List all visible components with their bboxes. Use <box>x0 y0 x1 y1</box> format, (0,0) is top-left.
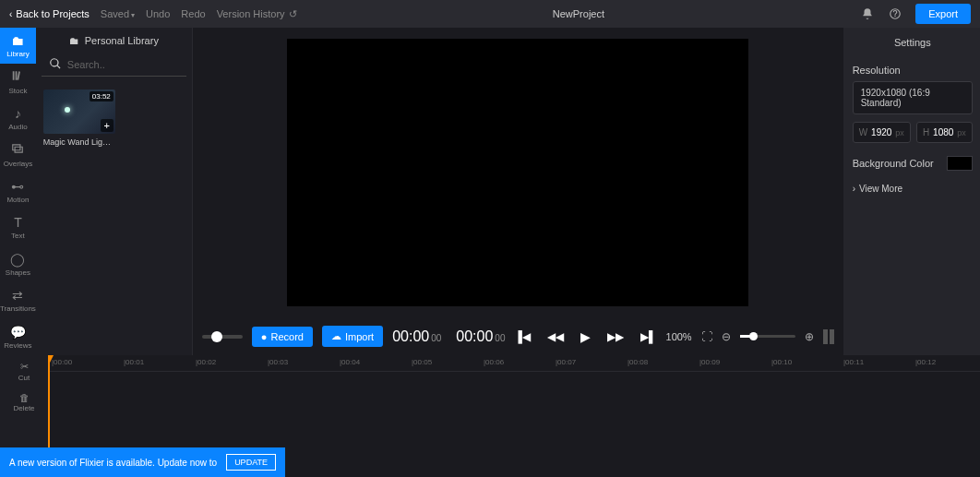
update-text: A new version of Flixier is available. U… <box>9 458 217 468</box>
history-icon: ↺ <box>289 8 297 20</box>
timeline-ruler[interactable]: |00:00 |00:01 |00:02 |00:03 |00:04 |00:0… <box>48 355 980 372</box>
search-icon <box>49 57 62 72</box>
resolution-label: Resolution <box>853 65 973 76</box>
media-clip[interactable]: 03:52 + Magic Wand Light... <box>43 89 115 147</box>
ruler-tick: |00:06 <box>484 358 504 366</box>
cut-button[interactable]: ✂Cut <box>0 355 48 387</box>
bg-color-label: Background Color <box>853 158 934 169</box>
level-bars-icon[interactable] <box>823 329 834 344</box>
ruler-tick: |00:10 <box>771 358 792 366</box>
bg-color-swatch[interactable] <box>947 156 973 171</box>
record-button[interactable]: ●Record <box>252 327 313 347</box>
reviews-icon: 💬 <box>10 325 26 340</box>
import-button[interactable]: ☁Import <box>322 326 383 347</box>
library-header[interactable]: 🖿 Personal Library <box>36 28 192 54</box>
ruler-tick: |00:07 <box>556 358 576 366</box>
sidebar-item-overlays[interactable]: Overlays <box>0 137 36 173</box>
top-bar-right: Export <box>860 4 971 24</box>
export-button[interactable]: Export <box>915 4 971 24</box>
ruler-tick: |00:03 <box>268 358 288 366</box>
preview-canvas[interactable] <box>287 39 748 306</box>
search-row: ⇅ <box>42 54 186 77</box>
add-clip-icon[interactable]: + <box>101 119 114 132</box>
height-input[interactable]: H1080px <box>916 122 973 143</box>
volume-slider[interactable] <box>202 335 243 339</box>
sidebar-item-shapes[interactable]: ◯Shapes <box>0 246 36 282</box>
delete-button[interactable]: 🗑Delete <box>0 387 48 418</box>
ruler-tick: |00:01 <box>124 358 144 366</box>
folder-icon: 🖿 <box>11 33 24 48</box>
fullscreen-icon[interactable]: ⛶ <box>701 330 712 343</box>
clip-thumbnail: 03:52 + <box>43 89 115 134</box>
caret-down-icon[interactable]: ▾ <box>131 11 135 19</box>
settings-title: Settings <box>843 28 980 57</box>
update-button[interactable]: UPDATE <box>226 454 276 471</box>
zoom-out-icon[interactable]: ⊖ <box>722 330 731 343</box>
main-area: 🖿Library Stock ♪Audio Overlays ⊷Motion T… <box>0 28 980 355</box>
zoom-percent[interactable]: 100% <box>666 331 692 342</box>
ruler-tick: |00:11 <box>843 358 864 366</box>
project-name[interactable]: NewProject <box>306 8 852 19</box>
play-button[interactable]: ▶ <box>580 329 591 344</box>
ruler-tick: |00:09 <box>699 358 720 366</box>
width-input[interactable]: W1920px <box>853 122 911 143</box>
saved-status: Saved▾ <box>101 8 135 19</box>
ruler-tick: |00:04 <box>340 358 360 366</box>
stock-icon <box>11 69 24 85</box>
playhead[interactable] <box>48 355 50 449</box>
next-button[interactable]: ▶▌ <box>640 330 657 343</box>
controls-bar: ●Record ☁Import 00:00 00 00:00 00 ▐◀ ◀◀ … <box>193 317 843 355</box>
ruler-tick: |00:05 <box>412 358 432 366</box>
sidebar-item-stock[interactable]: Stock <box>0 64 36 100</box>
prev-button[interactable]: ▐◀ <box>514 330 531 343</box>
side-nav: 🖿Library Stock ♪Audio Overlays ⊷Motion T… <box>0 28 36 355</box>
update-banner: A new version of Flixier is available. U… <box>0 447 285 477</box>
search-input[interactable] <box>67 59 195 70</box>
zoom-in-icon[interactable]: ⊕ <box>805 330 814 343</box>
background-color-row: Background Color <box>853 156 973 171</box>
sidebar-item-transitions[interactable]: ⇄Transitions <box>0 282 36 318</box>
view-more-button[interactable]: ›View More <box>853 184 973 194</box>
folder-icon: 🖿 <box>69 35 79 46</box>
version-history-button[interactable]: Version History ↺ <box>217 8 297 20</box>
top-bar-left: ‹ Back to Projects Saved▾ Undo Redo Vers… <box>9 8 297 20</box>
timeline: ✂Cut 🗑Delete |00:00 |00:01 |00:02 |00:03… <box>0 355 980 449</box>
overlays-icon <box>11 142 24 158</box>
ruler-tick: |00:08 <box>627 358 648 366</box>
zoom-area: 100% ⛶ ⊖ ⊕ <box>666 329 834 344</box>
timeline-body[interactable]: |00:00 |00:01 |00:02 |00:03 |00:04 |00:0… <box>48 355 980 449</box>
notifications-icon[interactable] <box>860 6 875 21</box>
back-to-projects-button[interactable]: ‹ Back to Projects <box>9 8 90 19</box>
chevron-right-icon: › <box>853 184 855 194</box>
resolution-select[interactable]: 1920x1080 (16:9 Standard) <box>853 81 973 114</box>
sidebar-item-audio[interactable]: ♪Audio <box>0 101 36 137</box>
ruler-tick: |00:02 <box>196 358 216 366</box>
dimensions-row: W1920px H1080px <box>853 122 973 143</box>
undo-button[interactable]: Undo <box>146 8 170 19</box>
rewind-button[interactable]: ◀◀ <box>547 330 564 343</box>
clip-duration: 03:52 <box>90 91 114 101</box>
redo-button[interactable]: Redo <box>181 8 205 19</box>
sidebar-item-library[interactable]: 🖿Library <box>0 28 36 64</box>
transitions-icon: ⇄ <box>12 288 23 303</box>
time-display: 00:00 00 00:00 00 <box>392 328 505 345</box>
ruler-tick: |00:12 <box>915 358 936 366</box>
settings-panel: Settings Resolution 1920x1080 (16:9 Stan… <box>843 28 980 355</box>
back-label: Back to Projects <box>16 8 89 19</box>
cut-icon: ✂ <box>20 361 29 373</box>
ruler-tick: |00:00 <box>52 358 72 366</box>
sidebar-item-text[interactable]: TText <box>0 209 36 245</box>
playback-controls: ▐◀ ◀◀ ▶ ▶▶ ▶▌ <box>514 329 656 344</box>
sidebar-item-reviews[interactable]: 💬Reviews <box>0 319 36 355</box>
cloud-icon: ☁ <box>331 330 341 342</box>
sidebar-item-motion[interactable]: ⊷Motion <box>0 173 36 209</box>
library-panel: 🖿 Personal Library ⇅ 03:52 + Magic Wand … <box>36 28 193 355</box>
preview-canvas-wrap <box>193 28 843 317</box>
audio-icon: ♪ <box>15 106 21 121</box>
chevron-left-icon: ‹ <box>9 9 12 19</box>
trash-icon: 🗑 <box>19 392 30 403</box>
forward-button[interactable]: ▶▶ <box>607 330 624 343</box>
clip-name: Magic Wand Light... <box>43 137 115 147</box>
help-icon[interactable] <box>888 6 902 21</box>
zoom-slider[interactable] <box>740 335 795 338</box>
